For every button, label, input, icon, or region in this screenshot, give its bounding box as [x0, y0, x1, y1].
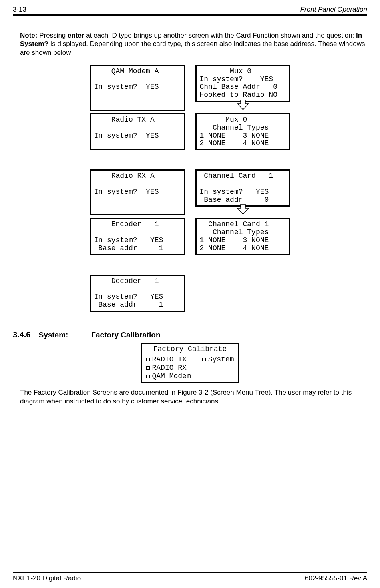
factory-calibrate-title: Factory Calibrate: [146, 345, 234, 353]
diagram-row-4: Encoder 1 In system? YES Base addr 1 Cha…: [13, 218, 367, 255]
lcd-channel-card-1: Channel Card 1 In system? YES Base addr …: [195, 169, 290, 207]
diagram-row-5: Decoder 1 In system? YES Base addr 1: [13, 275, 367, 312]
arrow-down-icon: [237, 100, 249, 110]
bullet-icon: [202, 358, 206, 361]
top-rule: [13, 14, 367, 15]
page-number: 3-13: [13, 6, 26, 14]
closing-paragraph: The Factory Calibration Screens are docu…: [20, 388, 367, 405]
page-content: Note: Pressing enter at each ID type bri…: [13, 31, 367, 405]
diagram-spacer: [13, 156, 367, 169]
lcd-qam-modem-a: QAM Modem A In system? YES: [90, 65, 185, 111]
lcd-radio-tx-a: Radio TX A In system? YES: [90, 113, 185, 150]
arrow-down-icon: [237, 204, 249, 215]
section-title: Front Panel Operation: [300, 6, 367, 14]
diagram-spacer: [13, 261, 367, 275]
note-t2: at each ID type brings up another screen…: [84, 32, 356, 39]
bullet-icon: [146, 375, 150, 378]
section-title: Factory Calibration: [91, 331, 160, 339]
lcd-radio-rx-a: Radio RX A In system? YES: [90, 169, 185, 215]
fc-item-system: System: [202, 355, 234, 364]
fc-item-qam-modem: QAM Modem: [146, 372, 191, 381]
section-number: 3.4.6: [13, 330, 30, 339]
fc-right-col: System: [202, 355, 234, 380]
section-heading: 3.4.6 System: Factory Calibration: [13, 330, 367, 339]
diagram-row-2: Radio TX A In system? YES Mux 0 Channel …: [13, 113, 367, 150]
fc-left-col: RADIO TX RADIO RX QAM Modem: [146, 355, 191, 380]
lcd-encoder-1: Encoder 1 In system? YES Base addr 1: [90, 218, 185, 255]
diagram-row-3: Radio RX A In system? YES Channel Card 1…: [13, 169, 367, 215]
lcd-mux0-detail: Mux 0 In system? YES Chnl Base Addr 0 Ho…: [195, 65, 290, 102]
fc-item-radio-tx: RADIO TX: [146, 355, 191, 364]
page-header: 3-13 Front Panel Operation: [13, 6, 367, 14]
note-paragraph: Note: Pressing enter at each ID type bri…: [20, 31, 367, 57]
bottom-rule: [13, 571, 367, 571]
diagram-col-chan1: Channel Card 1 In system? YES Base addr …: [195, 169, 290, 215]
footer-right: 602-95555-01 Rev A: [305, 574, 367, 582]
note-t1: Pressing: [37, 32, 68, 39]
page-footer: NXE1-20 Digital Radio 602-95555-01 Rev A: [13, 574, 367, 582]
divider: [142, 354, 238, 354]
diagram-col-mux0: Mux 0 In system? YES Chnl Base Addr 0 Ho…: [195, 65, 290, 111]
lcd-channel-card-1-types: Channel Card 1 Channel Types 1 NONE 3 NO…: [195, 218, 290, 255]
diagram-row-1: QAM Modem A In system? YES Mux 0 In syst…: [13, 65, 367, 111]
bullet-icon: [146, 358, 150, 361]
footer-left: NXE1-20 Digital Radio: [13, 574, 81, 582]
lcd-mux0-channels: Mux 0 Channel Types 1 NONE 3 NONE 2 NONE…: [195, 113, 290, 150]
factory-calibrate-row: Factory Calibrate RADIO TX RADIO RX QAM …: [13, 343, 367, 383]
fc-columns: RADIO TX RADIO RX QAM Modem System: [146, 355, 234, 380]
note-label: Note:: [20, 32, 37, 39]
note-enter: enter: [68, 32, 84, 39]
factory-calibrate-box: Factory Calibrate RADIO TX RADIO RX QAM …: [141, 343, 239, 383]
diagram-placeholder: [195, 275, 290, 312]
bullet-icon: [146, 366, 150, 370]
fc-item-radio-rx: RADIO RX: [146, 364, 191, 372]
lcd-decoder-1: Decoder 1 In system? YES Base addr 1: [90, 275, 185, 312]
section-system-label: System:: [38, 331, 68, 339]
note-t3: Is displayed. Depending upon the card ty…: [20, 40, 365, 56]
